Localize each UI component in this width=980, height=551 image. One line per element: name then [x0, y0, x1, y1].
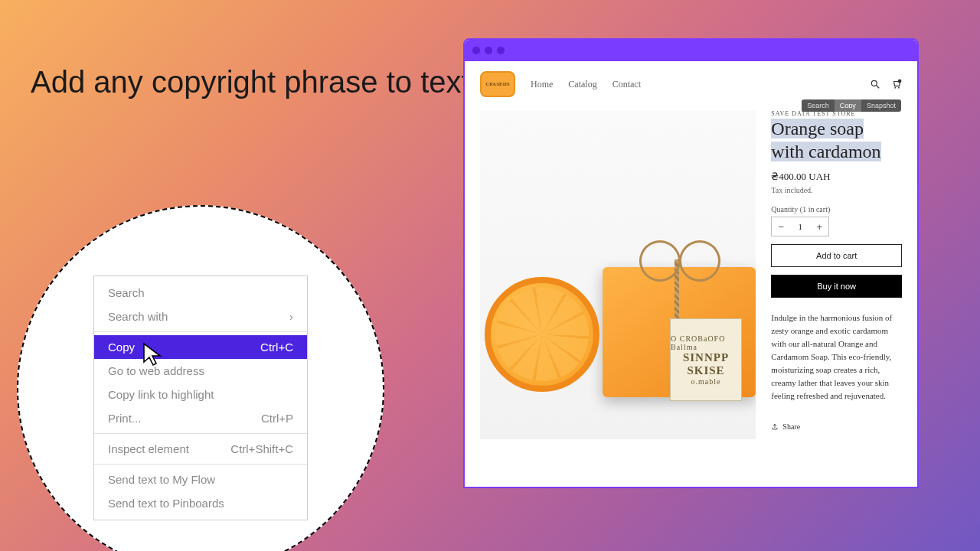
context-menu-copy-link-highlight[interactable]: Copy link to highlight	[94, 383, 307, 406]
tooltip-search[interactable]: Search	[802, 99, 835, 112]
context-menu-inspect[interactable]: Inspect elementCtrl+Shift+C	[94, 437, 307, 461]
tooltip-snapshot[interactable]: Snapshot	[861, 99, 901, 112]
shop-logo[interactable]: CPASEDS	[480, 71, 515, 97]
context-menu-print[interactable]: Print...Ctrl+P	[94, 406, 307, 430]
quantity-stepper[interactable]: − 1 +	[771, 217, 829, 236]
chevron-right-icon: ›	[289, 310, 293, 323]
svg-line-1	[877, 86, 880, 89]
context-menu-copy[interactable]: CopyCtrl+C	[94, 335, 307, 359]
twine-bow-illustration	[638, 233, 722, 286]
product-description: Indulge in the harmonious fusion of zest…	[771, 311, 902, 403]
svg-point-4	[898, 80, 902, 83]
share-icon	[771, 423, 779, 431]
share-link[interactable]: Share	[771, 422, 902, 431]
window-dot-icon	[472, 47, 480, 54]
svg-point-2	[894, 87, 896, 89]
window-dot-icon	[497, 47, 505, 54]
add-to-cart-button[interactable]: Add to cart	[771, 244, 902, 267]
nav-contact[interactable]: Contact	[612, 79, 641, 90]
qty-decrease-button[interactable]: −	[772, 217, 790, 236]
product-price: ₴400.00 UAH	[771, 171, 902, 183]
tax-note: Tax included.	[771, 186, 902, 194]
svg-point-3	[898, 87, 900, 89]
search-icon[interactable]	[870, 79, 880, 90]
context-menu-search-with[interactable]: Search with›	[94, 305, 307, 328]
mock-browser-window: CPASEDS Home Catalog Contact O CROBaOFO …	[463, 38, 919, 488]
window-dot-icon	[485, 47, 492, 54]
product-title: Orange soap with cardamon	[771, 117, 902, 163]
svg-point-0	[871, 80, 877, 86]
context-menu-separator	[94, 331, 307, 332]
nav-catalog[interactable]: Catalog	[568, 79, 596, 90]
orange-slice-illustration	[485, 277, 599, 392]
tooltip-copy[interactable]: Copy	[835, 99, 861, 112]
shop-page: CPASEDS Home Catalog Contact O CROBaOFO …	[465, 61, 917, 487]
cursor-icon	[142, 342, 165, 368]
context-menu-send-pinboards[interactable]: Send text to Pinboards	[94, 491, 307, 515]
context-menu-callout-circle: Search Search with› CopyCtrl+C Go to web…	[17, 205, 384, 551]
context-menu-go-to[interactable]: Go to web address	[94, 359, 307, 383]
product-label-tag: O CROBaOFO Ballma SINNPP SKISE o.mable	[670, 318, 742, 401]
quantity-label: Quantity (1 in cart)	[771, 205, 902, 214]
context-menu-separator	[94, 464, 307, 465]
browser-titlebar	[465, 40, 917, 61]
qty-value: 1	[790, 217, 810, 236]
context-menu-separator	[94, 433, 307, 434]
context-menu-send-flow[interactable]: Send text to My Flow	[94, 468, 307, 491]
qty-increase-button[interactable]: +	[810, 217, 828, 236]
nav-home[interactable]: Home	[531, 79, 553, 90]
product-image: O CROBaOFO Ballma SINNPP SKISE o.mable	[480, 110, 756, 439]
context-menu-search[interactable]: Search	[94, 281, 307, 305]
browser-context-menu: Search Search with› CopyCtrl+C Go to web…	[93, 276, 308, 520]
buy-now-button[interactable]: Buy it now	[771, 275, 902, 298]
product-details: Search Copy Snapshot SAVE DATA TEST STOR…	[771, 110, 902, 439]
cart-icon[interactable]	[891, 79, 902, 90]
selection-tooltip[interactable]: Search Copy Snapshot	[802, 99, 901, 112]
